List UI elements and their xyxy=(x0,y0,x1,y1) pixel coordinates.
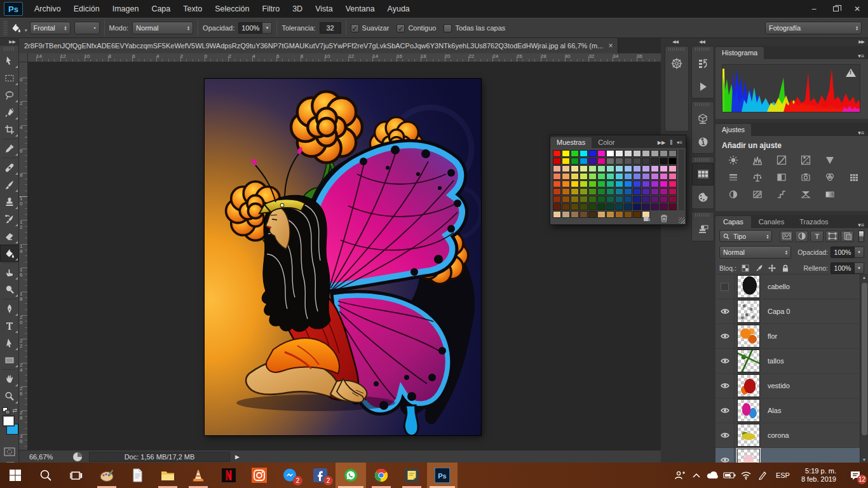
channel-mixer-icon[interactable] xyxy=(822,172,837,182)
layer-filter-toggle[interactable] xyxy=(858,231,864,242)
color-swatch[interactable] xyxy=(624,180,632,187)
color-swatch[interactable] xyxy=(571,150,579,157)
pattern-picker-dropdown[interactable]: ▾ xyxy=(74,22,100,34)
paint-bucket-tool[interactable] xyxy=(0,245,19,262)
exposure-icon[interactable] xyxy=(798,154,813,165)
color-swatch[interactable] xyxy=(562,196,570,203)
default-colors-icon[interactable] xyxy=(3,407,11,415)
color-swatch[interactable] xyxy=(633,150,641,157)
histogram-panel-menu-icon[interactable]: ▾≡ xyxy=(858,50,868,59)
clock[interactable]: 5:19 p. m. 8 feb. 2019 xyxy=(795,467,843,484)
color-swatch[interactable] xyxy=(588,165,597,172)
color-swatch[interactable] xyxy=(580,180,588,187)
color-swatch[interactable] xyxy=(633,158,641,165)
path-selection-tool[interactable] xyxy=(0,334,19,351)
notification-center-icon[interactable]: 12 xyxy=(843,463,868,488)
new-swatch-icon[interactable] xyxy=(642,214,651,225)
layer-thumbnail[interactable] xyxy=(737,275,760,298)
posterize-icon[interactable] xyxy=(750,189,765,200)
swap-colors-icon[interactable]: ⇄ xyxy=(12,407,17,414)
photoshop-taskbar-button[interactable]: Ps xyxy=(427,463,458,488)
color-swatch[interactable] xyxy=(660,158,668,165)
color-swatch[interactable] xyxy=(651,203,659,210)
menu-item-texto[interactable]: Texto xyxy=(177,0,208,18)
color-swatch[interactable] xyxy=(668,150,677,157)
color-swatch[interactable] xyxy=(571,203,579,210)
color-swatch[interactable] xyxy=(660,196,668,203)
layers-panel-menu-icon[interactable]: ▾≡ xyxy=(858,219,868,228)
color-swatch[interactable] xyxy=(597,158,606,165)
netflix-taskbar-button[interactable] xyxy=(214,463,244,488)
color-swatch[interactable] xyxy=(642,196,650,203)
adjustments-panel-menu-icon[interactable]: ▾≡ xyxy=(858,127,868,136)
color-swatch[interactable] xyxy=(660,180,668,187)
file-explorer-taskbar-button[interactable] xyxy=(153,463,183,488)
color-swatch[interactable] xyxy=(580,150,588,157)
fill-source-dropdown[interactable]: Frontal▴▾ xyxy=(30,22,71,34)
color-swatch[interactable] xyxy=(606,203,614,210)
menu-item-filtro[interactable]: Filtro xyxy=(255,0,286,18)
color-swatch[interactable] xyxy=(571,158,579,165)
color-swatch[interactable] xyxy=(562,203,570,210)
color-swatch[interactable] xyxy=(651,196,659,203)
visibility-toggle[interactable] xyxy=(715,398,735,423)
color-swatch[interactable] xyxy=(615,150,623,157)
filter-smart-object-icon[interactable] xyxy=(841,231,854,242)
color-swatch[interactable] xyxy=(588,173,597,180)
color-swatch[interactable] xyxy=(615,188,623,195)
color-swatch[interactable] xyxy=(642,188,650,195)
color-swatch[interactable] xyxy=(597,173,606,180)
hue-saturation-icon[interactable] xyxy=(726,172,741,182)
color-swatch[interactable] xyxy=(642,150,650,157)
color-swatch[interactable] xyxy=(580,196,588,203)
layer-thumbnail[interactable] xyxy=(737,300,760,323)
color-swatch[interactable] xyxy=(597,188,606,195)
zoom-level-field[interactable]: 66,67% xyxy=(29,453,66,461)
swatches-resize-grip[interactable] xyxy=(679,217,685,224)
tab-muestras[interactable]: Muestras xyxy=(550,137,592,148)
color-swatch[interactable] xyxy=(660,150,668,157)
color-swatch[interactable] xyxy=(588,180,597,187)
color-swatch[interactable] xyxy=(553,150,561,157)
navigator-panel-icon[interactable] xyxy=(665,52,688,75)
color-swatch[interactable] xyxy=(651,158,659,165)
foreground-color-chip[interactable] xyxy=(3,416,15,426)
levels-icon[interactable] xyxy=(750,154,765,165)
color-swatch[interactable] xyxy=(597,150,606,157)
color-swatch[interactable] xyxy=(597,180,606,187)
layer-row[interactable]: flor xyxy=(715,324,868,349)
color-swatch[interactable] xyxy=(642,173,650,180)
lock-all-icon[interactable] xyxy=(780,264,791,273)
color-swatch[interactable] xyxy=(633,173,641,180)
tab-trazados[interactable]: Trazados xyxy=(792,216,836,228)
color-swatch[interactable] xyxy=(606,158,614,165)
color-swatch[interactable] xyxy=(660,188,668,195)
color-swatch[interactable] xyxy=(553,203,561,210)
tab-close-icon[interactable]: × xyxy=(608,41,613,50)
color-swatch[interactable] xyxy=(553,196,561,203)
selective-color-icon[interactable] xyxy=(798,189,813,200)
vertical-ruler[interactable]: 024681012141618202224262830 xyxy=(19,62,28,450)
tool-preset-arrow-icon[interactable]: ▾ xyxy=(25,28,27,33)
layer-row[interactable]: vestido xyxy=(715,374,868,398)
whatsapp-taskbar-button[interactable] xyxy=(336,463,366,488)
color-swatch[interactable] xyxy=(580,165,588,172)
layer-thumbnail[interactable] xyxy=(737,399,760,422)
menu-item-selección[interactable]: Selección xyxy=(208,0,255,18)
color-swatch[interactable] xyxy=(624,203,632,210)
color-swatch[interactable] xyxy=(633,203,641,210)
color-swatch[interactable] xyxy=(553,173,561,180)
tab-capas[interactable]: Capas xyxy=(715,216,751,228)
swatches-panel-icon[interactable] xyxy=(692,163,714,186)
color-swatch[interactable] xyxy=(588,150,597,157)
menu-item-imagen[interactable]: Imagen xyxy=(106,0,146,18)
color-balance-icon[interactable] xyxy=(750,172,765,182)
status-flyout-arrow-icon[interactable]: ▶ xyxy=(230,454,245,460)
filter-image-icon[interactable] xyxy=(780,231,793,242)
color-swatch[interactable] xyxy=(588,158,597,165)
swatches-panel-menu-icon[interactable]: ▾≡ xyxy=(677,140,682,146)
layer-row[interactable]: Capa 0 xyxy=(715,299,868,324)
battery-icon[interactable] xyxy=(721,463,738,488)
visibility-toggle[interactable] xyxy=(715,324,735,349)
color-swatch[interactable] xyxy=(571,196,579,203)
